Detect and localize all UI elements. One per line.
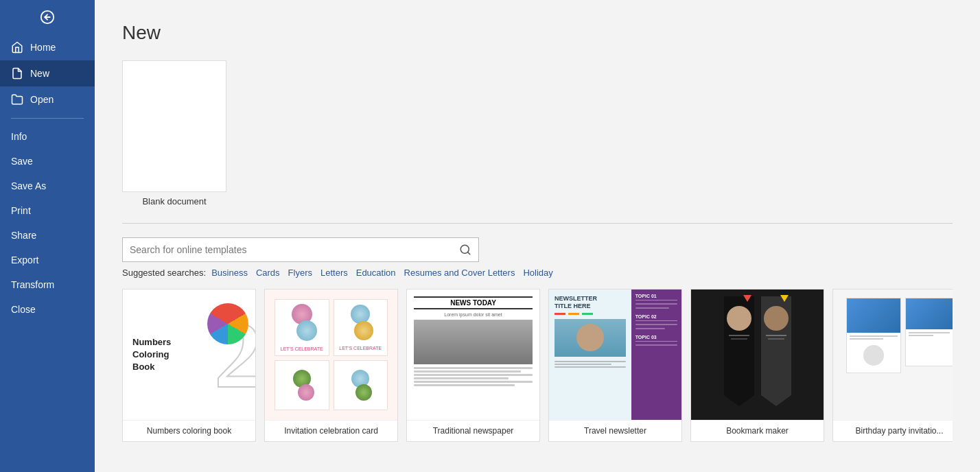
invite-cell-2: LET'S CELEBRATE [334, 299, 388, 356]
search-box [122, 237, 479, 262]
sidebar-item-home[interactable]: Home [0, 34, 95, 60]
templates-grid: NumbersColoringBook 2 Numbers coloring b… [122, 289, 953, 442]
new-doc-icon [11, 67, 23, 80]
template-thumb-bookmark [691, 290, 824, 420]
template-label-bookmark: Bookmark maker [691, 420, 824, 441]
blank-doc-area: Blank document [122, 60, 953, 206]
sidebar-new-label: New [30, 68, 49, 79]
sidebar-divider [11, 118, 84, 119]
template-thumb-birthday [833, 290, 953, 420]
template-label-newsletter: Travel newsletter [549, 420, 681, 441]
template-thumb-numbers: NumbersColoringBook 2 [123, 290, 255, 420]
search-icon[interactable] [459, 244, 471, 256]
svg-line-3 [467, 252, 469, 254]
sidebar-item-new[interactable]: New [0, 60, 95, 86]
suggested-tag-letters[interactable]: Letters [320, 268, 348, 278]
sidebar-item-close[interactable]: Close [0, 297, 95, 322]
search-area: Suggested searches: Business Cards Flyer… [122, 237, 953, 278]
template-label-birthday: Birthday party invitatio... [833, 420, 953, 441]
suggested-tag-cards[interactable]: Cards [256, 268, 280, 278]
back-button[interactable] [0, 0, 95, 34]
blank-doc-label: Blank document [122, 196, 226, 206]
blank-doc-thumbnail[interactable] [122, 60, 226, 192]
section-divider [122, 223, 953, 224]
template-label-numbers: Numbers coloring book [123, 420, 255, 441]
suggested-searches: Suggested searches: Business Cards Flyer… [122, 268, 953, 278]
template-card-numbers-coloring[interactable]: NumbersColoringBook 2 Numbers coloring b… [122, 289, 256, 442]
template-label-invitation: Invitation celebration card [265, 420, 397, 441]
suggested-tag-holiday[interactable]: Holiday [523, 268, 552, 278]
template-thumb-newspaper: NEWS TODAY Lorem ipsum dolor sit amet [407, 290, 539, 420]
main-content: New Blank document Suggested searches: B… [95, 0, 980, 472]
sidebar-item-save-as[interactable]: Save As [0, 174, 95, 198]
template-card-birthday[interactable]: Birthday party invitatio... [832, 289, 953, 442]
template-thumb-invitation: LET'S CELEBRATE LET'S CELEBRATE [265, 290, 397, 420]
suggested-tag-education[interactable]: Education [356, 268, 396, 278]
suggested-label: Suggested searches: [122, 268, 206, 278]
sidebar-item-transform[interactable]: Transform [0, 272, 95, 297]
sidebar-item-open[interactable]: Open [0, 86, 95, 113]
search-input[interactable] [130, 244, 459, 255]
sidebar-item-save[interactable]: Save [0, 149, 95, 174]
decorative-circle [207, 303, 248, 344]
template-card-newspaper[interactable]: NEWS TODAY Lorem ipsum dolor sit amet [406, 289, 540, 442]
suggested-tag-resumes[interactable]: Resumes and Cover Letters [404, 268, 515, 278]
sidebar-home-label: Home [30, 42, 56, 53]
invite-cell-1: LET'S CELEBRATE [275, 299, 329, 356]
home-icon [11, 41, 23, 54]
sidebar-open-label: Open [30, 94, 54, 105]
open-folder-icon [11, 93, 23, 106]
suggested-tag-business[interactable]: Business [211, 268, 248, 278]
invite-cell-4 [334, 360, 388, 410]
suggested-tag-flyers[interactable]: Flyers [288, 268, 312, 278]
sidebar-item-info[interactable]: Info [0, 124, 95, 149]
coloring-book-text: NumbersColoringBook [132, 336, 171, 374]
template-card-invitation[interactable]: LET'S CELEBRATE LET'S CELEBRATE [264, 289, 398, 442]
sidebar: Home New Open Info Save Save As Print Sh… [0, 0, 95, 472]
invite-cell-3 [275, 360, 329, 410]
page-title: New [122, 22, 953, 44]
sidebar-item-share[interactable]: Share [0, 223, 95, 248]
template-thumb-newsletter: NEWSLETTERTITLE HERE [549, 290, 681, 420]
sidebar-item-export[interactable]: Export [0, 248, 95, 272]
sidebar-item-print[interactable]: Print [0, 198, 95, 223]
template-card-bookmark[interactable]: Bookmark maker [690, 289, 824, 442]
template-card-newsletter[interactable]: NEWSLETTERTITLE HERE [548, 289, 682, 442]
template-label-newspaper: Traditional newspaper [407, 420, 539, 441]
